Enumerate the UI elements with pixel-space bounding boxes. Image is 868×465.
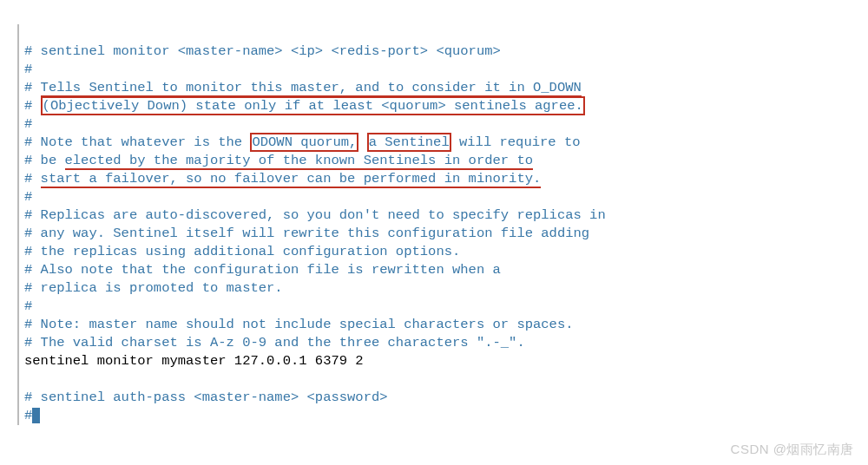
cursor-icon [32,408,40,423]
comment-line: # the replicas using additional configur… [24,244,460,259]
comment-line: # replica is promoted to master. [24,280,283,296]
config-code-block: # sentinel monitor <master-name> <ip> <r… [17,24,859,425]
comment-line: # any way. Sentinel itself will rewrite … [24,226,589,241]
boxed-highlight: ODOWN quorum, [250,133,358,152]
highlighted-text: elected by the majority of the known Sen… [65,153,534,170]
comment-line: # start a failover, so no failover can b… [24,171,541,188]
comment-line: # (Objectively Down) state only if at le… [24,96,585,115]
comment-line: # [24,116,32,132]
highlighted-text: Tells Sentinel to monitor this master, a… [41,80,582,97]
comment-line: # be elected by the majority of the know… [24,153,533,170]
comment-line: # [24,298,32,314]
watermark-text: CSDN @烟雨忆南唐 [731,440,854,458]
config-line: sentinel monitor mymaster 127.0.0.1 6379… [24,353,364,369]
comment-line: # The valid charset is A-z 0-9 and the t… [24,335,525,350]
boxed-highlight: a Sentinel [367,133,451,152]
comment-line: # Replicas are auto-discovered, so you d… [24,207,606,223]
comment-line: # [24,189,32,205]
comment-line: # Note that whatever is the ODOWN quorum… [24,133,581,152]
comment-line: # Tells Sentinel to monitor this master,… [24,80,582,97]
comment-line: # Note: master name should not include s… [24,317,574,332]
comment-line: # sentinel auth-pass <master-name> <pass… [24,390,388,405]
comment-line: # Also note that the configuration file … [24,262,501,278]
comment-line: # sentinel monitor <master-name> <ip> <r… [24,43,501,59]
highlighted-text: start a failover, so no failover can be … [41,171,542,188]
comment-line: # [24,62,32,77]
boxed-highlight: (Objectively Down) state only if at leas… [41,96,585,115]
comment-line: # [24,408,40,423]
